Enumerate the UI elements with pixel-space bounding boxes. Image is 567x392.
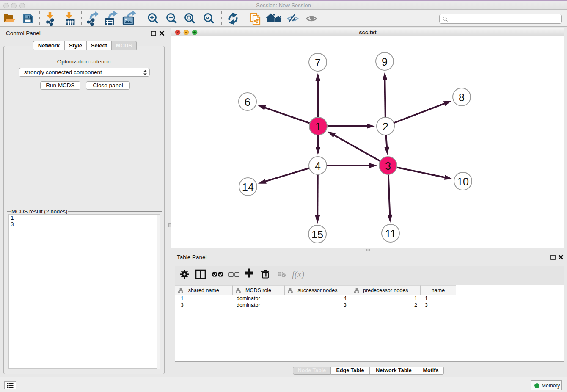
svg-text:6: 6 <box>245 96 250 108</box>
svg-text:3: 3 <box>385 160 391 172</box>
svg-text:11: 11 <box>385 228 396 240</box>
svg-text:f(x): f(x) <box>292 269 304 279</box>
svg-text:1: 1 <box>315 121 321 133</box>
svg-text:8: 8 <box>459 91 465 103</box>
svg-text:7: 7 <box>315 57 321 69</box>
svg-text:4: 4 <box>315 160 321 172</box>
svg-text:2: 2 <box>383 121 388 133</box>
svg-text:10: 10 <box>457 176 469 188</box>
svg-text:9: 9 <box>382 56 388 68</box>
svg-text:14: 14 <box>242 181 254 193</box>
svg-text:15: 15 <box>311 229 323 240</box>
